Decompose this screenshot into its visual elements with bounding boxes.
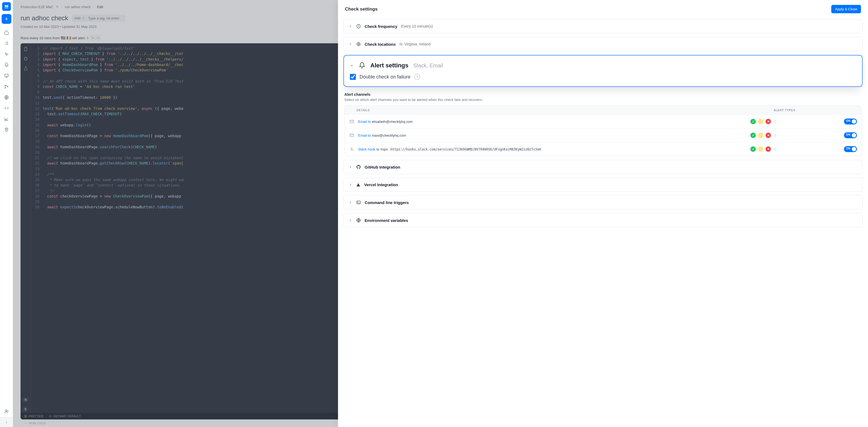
card-github[interactable]: GitHub Integration: [343, 160, 863, 174]
svg-rect-17: [49, 416, 52, 417]
card-subtitle: N. Virginia, Ireland: [400, 42, 431, 46]
alert-type-dots: ✓✕: [750, 133, 821, 138]
editor-prettier-button[interactable]: PRETTIER: [24, 415, 43, 418]
double-check-label: Double check on failure: [360, 74, 410, 80]
lock-icon: [773, 134, 777, 137]
panel-title: Check settings: [345, 6, 378, 12]
chevron-right-icon: [348, 218, 352, 222]
channel-link[interactable]: Email to: [358, 134, 371, 138]
svg-rect-12: [87, 36, 88, 38]
svg-rect-15: [24, 58, 27, 60]
table-row: Email to elisabeth@checklyhq.com✓✕ON: [345, 114, 861, 128]
tag-remove-icon[interactable]: ×: [83, 16, 84, 20]
vercel-icon: [356, 183, 361, 187]
channel-toggle[interactable]: ON: [844, 146, 857, 152]
chevron-right-icon: [348, 24, 352, 28]
alert-channels-desc: Select on which alert channels you want …: [344, 98, 862, 102]
channel-link[interactable]: Email to: [358, 120, 371, 124]
nav-pulse-icon[interactable]: [2, 49, 11, 59]
svg-rect-13: [88, 38, 89, 38]
nav-bell-icon[interactable]: [2, 60, 11, 70]
svg-point-6: [5, 87, 6, 88]
card-title: Command line triggers: [365, 200, 409, 205]
svg-point-19: [357, 42, 360, 46]
clock-icon: [356, 24, 361, 29]
editor-prettier-label: PRETTIER: [29, 415, 43, 418]
svg-rect-22: [774, 121, 776, 122]
nav-list-icon[interactable]: [2, 38, 11, 48]
card-title: Alert settings: [370, 62, 409, 69]
breadcrumb-item[interactable]: run adhoc check: [65, 5, 91, 9]
run-logs-label: RUN LOGS: [29, 422, 46, 425]
channel-details: Slack hook to #ops https://hooks.slack.c…: [358, 147, 747, 151]
github-icon: [356, 165, 361, 169]
svg-point-5: [5, 85, 6, 86]
th-details: DETAILS: [356, 109, 774, 112]
kbd-hint: B: [23, 407, 28, 411]
editor-chip-icon[interactable]: [23, 56, 29, 62]
channel-toggle[interactable]: ON: [844, 118, 857, 124]
card-env[interactable]: Environment variables: [343, 213, 863, 227]
editor-keymap-label: KEYMAP: DEFAULT: [54, 415, 81, 418]
nav-code-icon[interactable]: [2, 103, 11, 113]
tag-input[interactable]: [88, 16, 123, 20]
card-header[interactable]: Alert settings Slack, Email: [344, 55, 862, 74]
nav-expand-toggle[interactable]: [0, 417, 13, 427]
tag-chip[interactable]: mac ×: [72, 15, 87, 21]
svg-rect-28: [351, 149, 352, 150]
lock-icon: [773, 147, 777, 151]
help-icon[interactable]: ?: [414, 74, 420, 80]
alert-channels-table: DETAILS ALERT TYPES Email to elisabeth@c…: [344, 106, 862, 156]
chevron-right-icon: [348, 165, 352, 169]
editor-flask-icon[interactable]: [23, 65, 29, 72]
channel-toggle[interactable]: ON: [844, 132, 857, 138]
globe-icon: [356, 218, 361, 223]
nav-monitor-icon[interactable]: [2, 71, 11, 81]
card-vercel[interactable]: Vercel Integration: [343, 178, 863, 192]
card-subtitle: Slack, Email: [413, 62, 443, 69]
page-title: run adhoc check: [21, 15, 68, 22]
svg-rect-26: [351, 148, 352, 149]
channel-details: Email to elisabeth@checklyhq.com: [358, 120, 747, 124]
create-button[interactable]: [2, 14, 11, 24]
nav-location-icon[interactable]: [2, 125, 11, 135]
mail-icon: ✉: [91, 36, 95, 40]
app-logo[interactable]: [2, 2, 11, 11]
settings-panel: Check settings Apply & Close Check frequ…: [338, 0, 868, 427]
status-dot-fail-icon: ✕: [766, 133, 771, 138]
svg-rect-27: [352, 149, 353, 149]
flag-ie-icon: 🇮🇪: [66, 36, 71, 40]
nav-home-icon[interactable]: [2, 28, 11, 37]
breadcrumb-root[interactable]: Production E2E MaC: [21, 5, 53, 9]
slack-icon: [86, 36, 90, 40]
location-target-icon: [356, 42, 361, 47]
terminal-icon: [356, 200, 361, 205]
status-dot-warning-icon: [758, 133, 763, 138]
nav-git-icon[interactable]: [2, 82, 11, 91]
breadcrumb-switcher-icon[interactable]: ⇅: [56, 5, 58, 9]
chevron-right-icon: [348, 183, 352, 187]
alert-type-dots: ✓✕: [750, 119, 821, 124]
breadcrumb-leaf: Edit: [97, 5, 103, 9]
nav-globe-icon[interactable]: [2, 92, 11, 102]
status-dot-warning-icon: [758, 119, 763, 124]
nav-invite-icon[interactable]: [2, 406, 11, 416]
chevron-right-icon: [348, 42, 352, 46]
svg-rect-29: [774, 149, 776, 150]
chevron-down-icon: [349, 64, 354, 67]
channel-details: Email to maxi@checklyhq.com: [358, 134, 747, 138]
card-frequency[interactable]: Check frequency Every 10 minute(s): [343, 19, 863, 33]
card-subtitle: Every 10 minute(s): [401, 24, 433, 28]
mail-icon: [349, 119, 354, 124]
editor-keymap-button[interactable]: KEYMAP: DEFAULT: [49, 415, 81, 418]
double-check-checkbox[interactable]: [350, 74, 356, 80]
alert-type-dots: ✓✕: [750, 146, 821, 152]
channel-link[interactable]: Slack hook: [358, 147, 376, 151]
editor-file-icon[interactable]: [23, 46, 29, 52]
status-dot-success-icon: ✓: [750, 133, 756, 138]
nav-chart-icon[interactable]: [2, 114, 11, 124]
apply-close-button[interactable]: Apply & Close: [831, 5, 861, 13]
card-locations[interactable]: Check locations N. Virginia, Ireland: [343, 37, 863, 51]
status-dot-fail-icon: ✕: [766, 146, 771, 152]
card-cli[interactable]: Command line triggers: [343, 195, 863, 209]
